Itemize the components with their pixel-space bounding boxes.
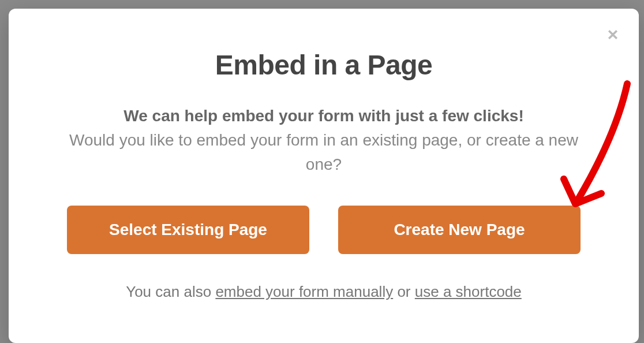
- footer-middle: or: [393, 283, 415, 300]
- close-button[interactable]: [604, 26, 621, 43]
- modal-title: Embed in a Page: [66, 49, 581, 81]
- close-icon: [606, 28, 620, 42]
- create-new-page-button[interactable]: Create New Page: [338, 206, 581, 254]
- button-row: Select Existing Page Create New Page: [66, 206, 581, 254]
- subtitle-normal-text: Would you like to embed your form in an …: [69, 131, 578, 173]
- use-shortcode-link[interactable]: use a shortcode: [415, 283, 522, 300]
- select-existing-page-button[interactable]: Select Existing Page: [67, 206, 309, 254]
- embed-manually-link[interactable]: embed your form manually: [215, 283, 393, 300]
- modal-subtitle: We can help embed your form with just a …: [66, 104, 581, 177]
- embed-modal: Embed in a Page We can help embed your f…: [9, 9, 639, 343]
- footer-prefix: You can also: [126, 283, 215, 300]
- subtitle-bold-text: We can help embed your form with just a …: [123, 107, 523, 125]
- footer-text: You can also embed your form manually or…: [66, 283, 581, 301]
